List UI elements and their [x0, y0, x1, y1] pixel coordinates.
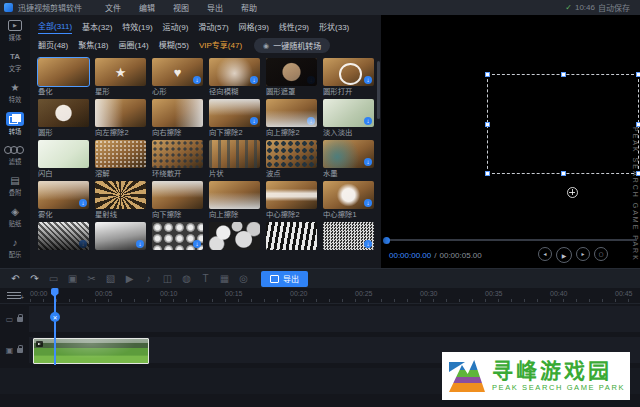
transition-thumb-闪白[interactable] — [38, 140, 89, 168]
tab-形状[interactable]: 形状(33) — [319, 21, 349, 34]
tab-画圈[interactable]: 画圈(14) — [118, 39, 148, 52]
resize-handle-e[interactable] — [636, 122, 640, 127]
fullscreen-button[interactable]: ▢ — [594, 247, 608, 261]
random-transition-button[interactable]: ◉一键随机转场 — [254, 38, 330, 53]
track-video-header[interactable]: ▣ — [0, 337, 29, 363]
transition-thumb-溶解[interactable] — [95, 140, 146, 168]
resize-handle-se[interactable] — [636, 171, 640, 176]
transition-thumb-径向模糊[interactable]: ↓ — [209, 58, 260, 86]
resize-handle-ne[interactable] — [636, 72, 640, 77]
previous-frame-button[interactable]: ◄ — [538, 247, 552, 261]
download-badge-icon: ↓ — [250, 76, 258, 84]
tab-基本[interactable]: 基本(32) — [82, 21, 112, 34]
transition-thumb-中心擦除2[interactable] — [266, 181, 317, 209]
resize-handle-w[interactable] — [485, 122, 490, 127]
transition-thumb-向左擦除2[interactable] — [95, 99, 146, 127]
resize-handle-s[interactable] — [561, 171, 566, 176]
lock-icon[interactable] — [17, 317, 23, 322]
tab-模糊[interactable]: 模糊(55) — [159, 39, 189, 52]
transition-thumb-noise[interactable]: ↓ — [323, 222, 374, 250]
menu-item-视图[interactable]: 视图 — [164, 2, 198, 13]
transition-thumb-雾化[interactable]: ↓ — [38, 181, 89, 209]
transition-thumb-向下擦除[interactable] — [152, 181, 203, 209]
sidebar-item-label: 媒体 — [9, 33, 22, 42]
transition-item: 片状 — [209, 140, 260, 179]
copy-icon: ▣ — [63, 273, 82, 284]
resize-handle-nw[interactable] — [485, 72, 490, 77]
lock-icon[interactable] — [17, 348, 23, 353]
transition-thumb-圆形打开[interactable]: ↓ — [323, 58, 374, 86]
sidebar-item-滤镜[interactable]: 滤镜 — [0, 139, 30, 170]
sidebar-item-叠附[interactable]: ▤叠附 — [0, 170, 30, 201]
transition-item: ↓向下擦除2 — [209, 99, 260, 138]
tab-VIP专享[interactable]: VIP专享(47) — [199, 39, 242, 52]
menu-item-编辑[interactable]: 编辑 — [130, 2, 164, 13]
resize-handle-n[interactable] — [561, 72, 566, 77]
sidebar-item-配乐[interactable]: ♪配乐 — [0, 232, 30, 263]
tab-全部[interactable]: 全部(311) — [38, 20, 72, 34]
sidebar-item-媒体[interactable]: ▶媒体 — [0, 15, 30, 46]
transition-thumb-waves[interactable] — [266, 222, 317, 250]
panel-scrollbar[interactable] — [377, 61, 380, 119]
next-frame-button[interactable]: ► — [576, 247, 590, 261]
menu-item-导出[interactable]: 导出 — [198, 2, 232, 13]
playhead-line[interactable] — [54, 289, 56, 365]
add-track-icon[interactable]: + — [7, 290, 21, 300]
transition-thumb-中心擦除1[interactable]: ↓ — [323, 181, 374, 209]
transition-drop-marker[interactable]: ✕ — [50, 312, 60, 322]
preview-area[interactable]: PEAK SEARCH GAME PARK 00:00:00.00 / 00:0… — [381, 15, 640, 268]
transition-item: 星射线 — [95, 181, 146, 220]
redo-icon[interactable]: ↷ — [25, 273, 44, 284]
transition-thumb-gray-grad[interactable]: ↓ — [95, 222, 146, 250]
transition-thumb-环绕散开[interactable] — [152, 140, 203, 168]
text-icon: TA — [10, 50, 20, 63]
transition-thumb-圆形遮罩[interactable]: ↓ — [266, 58, 317, 86]
export-button[interactable]: 导出 — [261, 271, 308, 287]
tab-网格[interactable]: 网格(39) — [239, 21, 269, 34]
transition-thumb-水墨[interactable]: ↓ — [323, 140, 374, 168]
play-button[interactable]: ▶ — [556, 247, 572, 263]
undo-icon[interactable]: ↶ — [6, 273, 25, 284]
timeline-ruler[interactable]: + 00:0000:0500:1000:1500:2000:2500:3000:… — [0, 287, 640, 304]
transition-thumb-向下擦除2[interactable]: ↓ — [209, 99, 260, 127]
app-logo-icon — [4, 3, 13, 12]
transition-thumb-checker[interactable]: ↓ — [38, 222, 89, 250]
menu-item-文件[interactable]: 文件 — [96, 2, 130, 13]
sidebar-item-文字[interactable]: TA文字 — [0, 46, 30, 77]
transition-thumb-星射线[interactable] — [95, 181, 146, 209]
tab-特效[interactable]: 特效(19) — [122, 21, 152, 34]
track-overlay-header[interactable]: ▭ — [0, 306, 29, 332]
transition-thumb-向上擦除[interactable] — [209, 181, 260, 209]
resize-handle-sw[interactable] — [485, 171, 490, 176]
transition-thumb-波点[interactable] — [266, 140, 317, 168]
video-clip[interactable] — [33, 338, 149, 364]
tab-聚焦[interactable]: 聚焦(18) — [78, 39, 108, 52]
transition-item: 中心擦除2 — [266, 181, 317, 220]
freeze-frame-icon: ◫ — [158, 273, 177, 284]
menu-item-帮助[interactable]: 帮助 — [232, 2, 266, 13]
selection-rectangle[interactable] — [487, 74, 639, 174]
tab-线性[interactable]: 线性(29) — [279, 21, 309, 34]
sidebar-item-特效[interactable]: ★特效 — [0, 77, 30, 108]
transition-thumb-向上擦除2[interactable]: ↓ — [266, 99, 317, 127]
seek-thumb[interactable] — [383, 237, 390, 244]
transition-name: 向下擦除 — [152, 209, 199, 219]
rotate-anchor-icon[interactable] — [567, 187, 578, 198]
transition-thumb-心形[interactable]: ♥↓ — [152, 58, 203, 86]
transition-thumb-叠化[interactable] — [38, 58, 89, 86]
transition-name: 向上擦除2 — [266, 127, 313, 137]
transition-thumb-向右擦除[interactable] — [152, 99, 203, 127]
transition-thumb-星形[interactable]: ★ — [95, 58, 146, 86]
transition-thumb-圆形[interactable] — [38, 99, 89, 127]
sidebar-item-贴纸[interactable]: ◈贴纸 — [0, 201, 30, 232]
transition-thumb-bubbles[interactable]: ↓ — [152, 222, 203, 250]
tab-翻页[interactable]: 翻页(48) — [38, 39, 68, 52]
track-overlay[interactable]: ▭ — [0, 306, 640, 332]
transition-thumb-淡入淡出[interactable]: ↓ — [323, 99, 374, 127]
tab-运动[interactable]: 运动(9) — [163, 21, 189, 34]
transition-thumb-blobs[interactable] — [209, 222, 260, 250]
sidebar-item-转场[interactable]: 转场 — [0, 108, 30, 139]
tab-滑动[interactable]: 滑动(57) — [198, 21, 228, 34]
transition-thumb-片状[interactable] — [209, 140, 260, 168]
seek-bar[interactable] — [384, 239, 637, 241]
